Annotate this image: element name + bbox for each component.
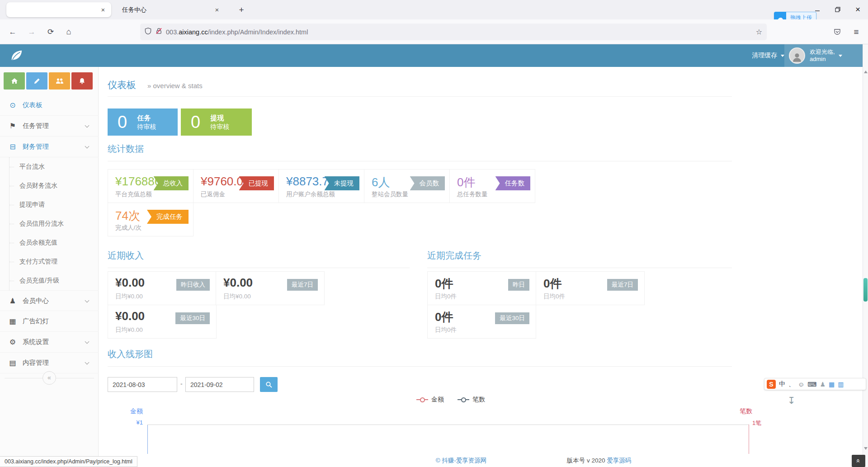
chart-gridline (147, 425, 749, 425)
stat-value: 6人 (372, 175, 390, 190)
browser-tab-blank[interactable]: × (6, 2, 111, 17)
avatar (789, 47, 805, 64)
back-button[interactable]: ← (6, 26, 19, 38)
stat-card-members: 6人 会员数 整站会员数量 (364, 169, 450, 203)
pocket-icon[interactable] (831, 26, 844, 38)
browser-tab-task-center[interactable]: 任务中心 × (116, 2, 225, 17)
reload-button[interactable]: ⟳ (44, 26, 57, 38)
date-separator: - (180, 380, 183, 387)
chevron-down-icon (85, 298, 90, 303)
cell-value: 0件 (435, 309, 453, 325)
date-from-input[interactable] (108, 377, 177, 392)
stat-label: 用户账户余额总额 (286, 190, 335, 198)
stat-badge: 任务数 (495, 176, 531, 190)
sidebar-subitem-payment-methods[interactable]: 支付方式管理 (9, 252, 99, 271)
legend-item-count[interactable]: 笔数 (458, 396, 485, 404)
ime-toolbar[interactable]: S 中 、 ☺ ⌨ ♟ ▦ ▥ (764, 378, 866, 390)
cell-value: ¥0.00 (115, 309, 145, 323)
keyboard-icon[interactable]: ⌨ (807, 381, 816, 388)
main-content: 仪表板 » overview & stats 0 任务待审核 0 提现待审核 统… (99, 67, 863, 467)
forward-button[interactable]: → (25, 26, 38, 38)
stat-value: 74次 (115, 208, 140, 224)
version-link[interactable]: 爱享源码 (607, 457, 631, 464)
leaf-logo[interactable] (10, 49, 24, 64)
pencil-icon (33, 78, 40, 85)
stat-badge: 已提现 (239, 176, 274, 190)
sidebar-subitem-balance-recharge[interactable]: 会员余额充值 (9, 233, 99, 252)
sidebar-subitem-platform-flow[interactable]: 平台流水 (9, 157, 99, 176)
stat-label: 平台充值总额 (115, 190, 152, 198)
cell-sub: 日均0件 (543, 292, 565, 301)
search-icon (265, 381, 273, 388)
right-axis-name: 笔数 (740, 407, 752, 415)
pending-tasks-card[interactable]: 0 任务待审核 (108, 108, 178, 136)
sidebar-item-finance-management[interactable]: ⊟ 财务管理 (0, 137, 99, 157)
income-cell-yesterday: ¥0.00 昨日收入 日均¥0.00 (108, 271, 217, 305)
sidebar-subitem-recharge-upgrade[interactable]: 会员充值/升级 (9, 271, 99, 290)
caret-down-icon (839, 55, 842, 57)
sogou-logo-icon[interactable]: S (767, 380, 776, 389)
cell-value: 0件 (543, 276, 561, 292)
sidebar-item-dashboard[interactable]: ⊙ 仪表板 (0, 95, 99, 116)
clear-cache-dropdown[interactable]: 清理缓存 (752, 44, 784, 67)
quick-members-button[interactable] (49, 72, 70, 90)
sidebar-subitem-member-finance-flow[interactable]: 会员财务流水 (9, 176, 99, 195)
sidebar-subitem-credit-flow[interactable]: 会员信用分流水 (9, 214, 99, 233)
stat-card-withdrawn: ¥9760.00 已提现 已返佣金 (193, 169, 279, 203)
back-to-top-button[interactable]: « (852, 455, 865, 467)
toolbox-icon[interactable]: ▦ (829, 381, 835, 388)
window-minimize-button[interactable] (807, 0, 827, 19)
chinese-mode-icon[interactable]: 中 (779, 380, 785, 388)
person-icon[interactable]: ♟ (820, 381, 826, 388)
bookmark-star-icon[interactable]: ☆ (756, 28, 762, 36)
url-text[interactable]: 003.aixiang.cc/index.php/Admin/Index/ind… (166, 28, 308, 36)
scrollbar-thumb[interactable] (863, 278, 868, 302)
chart-search-button[interactable] (260, 377, 278, 392)
stat-badge: 总收入 (154, 176, 189, 190)
sidebar-subitem-withdraw-request[interactable]: 提现申请 (9, 195, 99, 214)
section-heading-stats: 统计数据 (108, 143, 732, 161)
url-bar[interactable]: 003.aixiang.cc/index.php/Admin/Index/ind… (140, 24, 767, 40)
stat-card-not-withdrawn: ¥8873.73 未提现 用户账户余额总额 (278, 169, 364, 203)
new-tab-button[interactable]: + (235, 4, 248, 16)
pending-withdrawals-count: 0 (191, 113, 200, 132)
download-arrow-icon[interactable]: ↧ (788, 395, 796, 406)
home-button[interactable]: ⌂ (62, 26, 75, 38)
cell-value: ¥0.00 (223, 276, 253, 290)
flag-icon: ⚑ (8, 122, 17, 130)
tab-close-icon[interactable]: × (98, 5, 108, 15)
restore-icon (835, 7, 840, 12)
sidebar-item-ad-slides[interactable]: ▦ 广告幻灯 (0, 311, 99, 332)
income-cell-7days: ¥0.00 最近7日 日均¥0.00 (216, 271, 325, 305)
shield-icon[interactable] (145, 28, 151, 36)
scroll-down-arrow-icon[interactable] (864, 447, 868, 450)
insecure-lock-icon[interactable] (156, 28, 162, 36)
tab-close-icon[interactable]: × (212, 5, 222, 15)
punctuation-icon[interactable]: 、 (788, 380, 795, 388)
divider (108, 96, 732, 97)
pending-withdrawals-card[interactable]: 0 提现待审核 (181, 108, 252, 136)
user-menu[interactable]: 欢迎光临, admin (784, 44, 863, 67)
skin-icon[interactable]: ▥ (838, 381, 844, 388)
line-marker-icon (458, 397, 469, 402)
browser-navbar: ← → ⟳ ⌂ 003.aixiang.cc/index.php/Admin/I… (0, 19, 868, 44)
sidebar-collapse-button[interactable]: « (42, 371, 56, 385)
emoji-icon[interactable]: ☺ (798, 381, 804, 388)
sidebar-item-member-center[interactable]: ♟ 会员中心 (0, 290, 99, 311)
quick-edit-button[interactable] (26, 72, 47, 90)
cell-badge: 昨日收入 (176, 279, 210, 291)
date-to-input[interactable] (185, 377, 254, 392)
quick-notifications-button[interactable] (71, 72, 93, 90)
sidebar-item-task-management[interactable]: ⚑ 任务管理 (0, 116, 99, 137)
window-close-button[interactable]: × (848, 0, 868, 19)
sidebar-item-system-settings[interactable]: ⚙ 系统设置 (0, 332, 99, 353)
copyright-link[interactable]: © 抖赚-爱享资源网 (436, 457, 487, 465)
legend-item-amount[interactable]: 金额 (416, 396, 444, 404)
page-scrollbar[interactable] (863, 44, 868, 467)
cell-value: 0件 (435, 276, 453, 292)
quick-home-button[interactable] (4, 72, 25, 90)
stat-label: 完成人/次 (115, 224, 142, 232)
hamburger-menu-icon[interactable]: ≡ (850, 26, 863, 38)
window-restore-button[interactable] (827, 0, 848, 19)
scroll-up-arrow-icon[interactable] (864, 71, 868, 73)
